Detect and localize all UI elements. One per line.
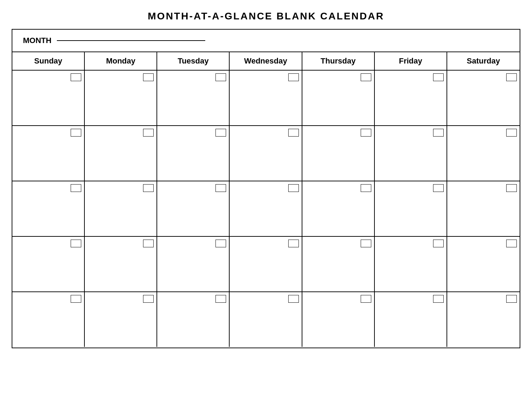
date-box	[143, 73, 154, 81]
calendar-cell-r1-c3[interactable]	[157, 71, 230, 125]
date-box	[361, 73, 371, 81]
calendar-cell-r5-c4[interactable]	[230, 292, 302, 347]
date-box	[215, 295, 226, 303]
day-header-monday: Monday	[85, 52, 157, 70]
calendar-cell-r4-c3[interactable]	[157, 237, 230, 291]
calendar-cell-r5-c2[interactable]	[85, 292, 157, 347]
calendar-cell-r4-c4[interactable]	[230, 237, 302, 291]
calendar-cell-r2-c5[interactable]	[302, 126, 375, 181]
day-header-sunday: Sunday	[12, 52, 85, 70]
calendar-cell-r5-c5[interactable]	[302, 292, 375, 347]
calendar-cell-r4-c1[interactable]	[12, 237, 85, 291]
date-box	[506, 240, 517, 247]
date-box	[361, 295, 371, 303]
month-underline	[57, 40, 205, 41]
date-box	[433, 240, 444, 247]
calendar-cell-r3-c2[interactable]	[85, 181, 157, 236]
calendar-cell-r4-c6[interactable]	[375, 237, 447, 291]
date-box	[143, 295, 154, 303]
day-header-thursday: Thursday	[302, 52, 375, 70]
date-box	[361, 184, 371, 192]
month-header: MONTH	[12, 30, 520, 52]
date-box	[143, 240, 154, 247]
calendar-cell-r3-c7[interactable]	[447, 181, 520, 236]
calendar-wrapper: MONTH Sunday Monday Tuesday Wednesday Th…	[12, 29, 520, 348]
calendar-cell-r3-c6[interactable]	[375, 181, 447, 236]
calendar-title: MONTH-AT-A-GLANCE BLANK CALENDAR	[12, 7, 520, 25]
day-headers: Sunday Monday Tuesday Wednesday Thursday…	[12, 52, 520, 71]
calendar-cell-r4-c5[interactable]	[302, 237, 375, 291]
date-box	[433, 295, 444, 303]
date-box	[506, 184, 517, 192]
date-box	[433, 73, 444, 81]
calendar-cell-r2-c6[interactable]	[375, 126, 447, 181]
month-label: MONTH	[23, 36, 52, 45]
date-box	[288, 184, 299, 192]
date-box	[215, 184, 226, 192]
calendar-cell-r2-c4[interactable]	[230, 126, 302, 181]
date-box	[433, 129, 444, 137]
date-box	[143, 184, 154, 192]
date-box	[288, 129, 299, 137]
calendar-cell-r1-c7[interactable]	[447, 71, 520, 125]
calendar-cell-r5-c7[interactable]	[447, 292, 520, 347]
calendar-cell-r1-c5[interactable]	[302, 71, 375, 125]
calendar-cell-r3-c1[interactable]	[12, 181, 85, 236]
date-box	[288, 240, 299, 247]
date-box	[433, 184, 444, 192]
calendar-cell-r2-c7[interactable]	[447, 126, 520, 181]
date-box	[506, 295, 517, 303]
calendar-cell-r4-c2[interactable]	[85, 237, 157, 291]
date-box	[71, 295, 81, 303]
calendar-row-4	[12, 237, 520, 292]
date-box	[506, 129, 517, 137]
calendar-cell-r4-c7[interactable]	[447, 237, 520, 291]
date-box	[215, 129, 226, 137]
calendar-cell-r2-c1[interactable]	[12, 126, 85, 181]
date-box	[506, 73, 517, 81]
calendar-row-2	[12, 126, 520, 181]
calendar-cell-r5-c6[interactable]	[375, 292, 447, 347]
calendar-grid	[12, 71, 520, 348]
day-header-saturday: Saturday	[447, 52, 520, 70]
calendar-cell-r1-c1[interactable]	[12, 71, 85, 125]
calendar-cell-r1-c4[interactable]	[230, 71, 302, 125]
calendar-cell-r1-c6[interactable]	[375, 71, 447, 125]
date-box	[288, 73, 299, 81]
calendar-cell-r3-c3[interactable]	[157, 181, 230, 236]
date-box	[215, 73, 226, 81]
calendar-cell-r3-c5[interactable]	[302, 181, 375, 236]
day-header-wednesday: Wednesday	[230, 52, 302, 70]
date-box	[71, 73, 81, 81]
date-box	[288, 295, 299, 303]
day-header-tuesday: Tuesday	[157, 52, 230, 70]
date-box	[71, 184, 81, 192]
calendar-cell-r3-c4[interactable]	[230, 181, 302, 236]
calendar-cell-r2-c3[interactable]	[157, 126, 230, 181]
date-box	[215, 240, 226, 247]
date-box	[71, 129, 81, 137]
calendar-row-1	[12, 71, 520, 126]
date-box	[361, 129, 371, 137]
calendar-cell-r5-c3[interactable]	[157, 292, 230, 347]
calendar-cell-r5-c1[interactable]	[12, 292, 85, 347]
calendar-cell-r2-c2[interactable]	[85, 126, 157, 181]
calendar-row-3	[12, 181, 520, 237]
date-box	[71, 240, 81, 247]
date-box	[143, 129, 154, 137]
calendar-row-5	[12, 292, 520, 348]
day-header-friday: Friday	[375, 52, 447, 70]
date-box	[361, 240, 371, 247]
calendar-cell-r1-c2[interactable]	[85, 71, 157, 125]
page-container: MONTH-AT-A-GLANCE BLANK CALENDAR MONTH S…	[12, 7, 520, 348]
